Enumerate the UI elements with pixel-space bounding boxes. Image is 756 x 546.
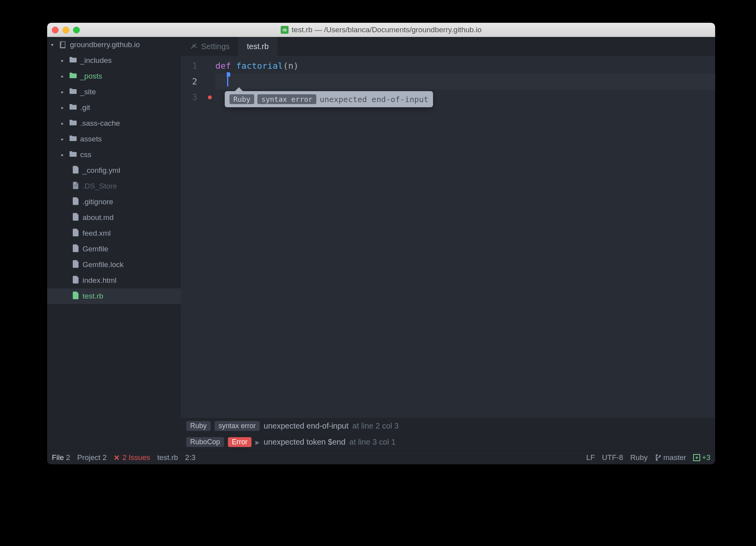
chevron-right-icon: ▸ [61,73,66,79]
linter-kind-badge: Error [228,437,251,447]
tooltip-lang-badge: Ruby [229,94,254,104]
code-content[interactable]: def factorial(n) Ruby syntax error unexp… [215,56,715,418]
ruby-file-icon: rb [281,26,288,34]
window-title: test.rb — /Users/blanca/Documents/ground… [292,26,481,34]
tree-file[interactable]: about.md [47,210,181,225]
tree-item-label: index.html [83,276,117,285]
settings-icon [189,42,197,50]
keyword-def: def [215,61,231,71]
tree-file[interactable]: Gemfile.lock [47,257,181,273]
tree-folder[interactable]: ▸_includes [47,53,181,68]
text-cursor [227,74,228,90]
status-filename[interactable]: test.rb [157,453,178,462]
folder-icon [69,56,77,65]
file-icon [72,244,79,254]
params: (n) [283,61,299,71]
repo-icon [59,41,67,49]
tab-settings-label: Settings [201,42,229,51]
tree-folder[interactable]: ▸css [47,147,181,163]
tab-settings[interactable]: Settings [181,37,238,56]
linter-message: unexpected end-of-input [264,421,349,431]
minimize-icon[interactable] [62,27,69,33]
status-cursor-pos[interactable]: 2:3 [185,453,195,462]
tree-item-label: .gitignore [83,198,113,206]
tree-file[interactable]: feed.xml [47,225,181,241]
file-icon [72,166,79,176]
titlebar[interactable]: rb test.rb — /Users/blanca/Documents/gro… [47,23,715,37]
tree-item-label: feed.xml [83,229,111,238]
status-bar: File 2 Project 2 2 Issues test.rb 2:3 LF… [47,450,715,464]
status-file-tab[interactable]: File 2 [52,453,70,462]
tree-folder[interactable]: ▸assets [47,131,181,147]
tree-item-label: assets [80,135,102,143]
tree-item-label: _site [80,88,96,96]
folder-icon [69,150,77,159]
tree-item-label: about.md [83,213,114,222]
tab-bar: Settings test.rb [181,37,715,56]
status-project-tab[interactable]: Project 2 [77,453,106,462]
code-editor[interactable]: 1 2 3 def factorial(n) Ruby syntax error [181,56,715,418]
tree-item-label: .DS_Store [83,182,117,191]
tree-folder[interactable]: ▸_posts [47,68,181,84]
lint-marker-gutter [204,56,215,418]
tree-folder[interactable]: ▸.sass-cache [47,115,181,131]
line-number-gutter: 1 2 3 [181,56,204,418]
lint-tooltip: Ruby syntax error unexpected end-of-inpu… [225,91,433,107]
tree-item-label: Gemfile.lock [83,260,124,269]
file-icon [72,260,79,270]
tab-file-label: test.rb [247,42,269,51]
project-root[interactable]: ▾ groundberry.github.io [47,37,181,53]
folder-icon [69,72,77,81]
file-icon [72,276,79,286]
status-eol[interactable]: LF [586,453,595,462]
tree-item-label: Gemfile [83,245,108,253]
editor-window: rb test.rb — /Users/blanca/Documents/gro… [47,23,715,464]
status-language[interactable]: Ruby [630,453,648,462]
tree-item-label: .git [80,103,90,112]
tree-file[interactable]: index.html [47,273,181,288]
function-name: factorial [236,61,283,71]
maximize-icon[interactable] [73,27,80,33]
status-issues[interactable]: 2 Issues [114,453,150,462]
editor-area: Settings test.rb 1 2 3 def fac [181,37,715,450]
chevron-right-icon: ▸ [61,58,66,63]
linter-location: at line 3 col 1 [349,438,396,447]
tree-file[interactable]: _config.yml [47,163,181,178]
chevron-right-icon: ▸ [61,136,66,142]
tree-file[interactable]: .gitignore [47,194,181,210]
tree-folder[interactable]: ▸_site [47,84,181,100]
tab-file[interactable]: test.rb [238,37,277,56]
tree-item-label: .sass-cache [80,119,120,128]
git-branch-icon [655,454,661,461]
status-encoding[interactable]: UTF-8 [602,453,623,462]
tree-folder[interactable]: ▸.git [47,100,181,115]
linter-kind-badge: syntax error [215,421,260,431]
file-icon [72,213,79,223]
file-icon [72,181,79,191]
linter-row[interactable]: RuboCop Error ▶ unexpected token $end at… [181,434,715,450]
tree-file[interactable]: .DS_Store [47,178,181,194]
chevron-right-icon: ▶ [255,439,260,445]
chevron-right-icon: ▸ [61,121,66,126]
file-icon [72,291,79,301]
chevron-right-icon: ▸ [61,89,66,95]
tree-item-label: css [80,150,92,159]
chevron-right-icon: ▸ [61,105,66,110]
tree-file[interactable]: test.rb [47,288,181,304]
error-marker-icon[interactable] [208,95,212,99]
line-number: 3 [181,90,204,105]
status-git-branch[interactable]: master [655,453,686,462]
tooltip-kind-badge: syntax error [257,94,316,104]
folder-icon [69,88,77,97]
folder-icon [69,103,77,112]
file-tree-sidebar[interactable]: ▾ groundberry.github.io ▸_includes▸_post… [47,37,181,450]
tree-file[interactable]: Gemfile [47,241,181,257]
tooltip-message: unexpected end-of-input [319,95,428,104]
status-git-diff[interactable]: + +3 [693,453,710,462]
tree-item-label: _config.yml [83,166,120,175]
close-icon[interactable] [52,27,59,33]
traffic-lights [52,27,80,33]
tree-item-label: test.rb [83,292,103,300]
linter-lang-badge: RuboCop [186,437,224,447]
linter-row[interactable]: Ruby syntax error unexpected end-of-inpu… [181,418,715,434]
